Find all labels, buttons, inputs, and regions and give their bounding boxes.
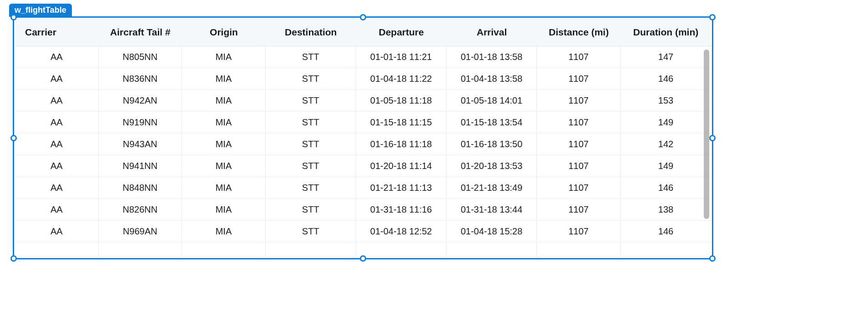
table-cell: N805NN	[99, 46, 182, 68]
table-cell: 01-20-18 13:53	[447, 155, 537, 177]
flight-table: Carrier Aircraft Tail # Origin Destinati…	[15, 19, 711, 257]
table-cell: 01-15-18 13:54	[447, 112, 537, 134]
table-cell: STT	[266, 46, 356, 68]
col-header-duration[interactable]: Duration (min)	[621, 19, 711, 46]
table-cell	[15, 243, 99, 257]
table-header-row: Carrier Aircraft Tail # Origin Destinati…	[15, 19, 711, 46]
table-cell	[182, 243, 266, 257]
resize-handle-bottom-middle[interactable]	[360, 255, 366, 262]
table-row[interactable]: AAN969ANMIASTT01-04-18 12:5201-04-18 15:…	[15, 221, 711, 243]
resize-handle-top-middle[interactable]	[360, 14, 366, 20]
table-cell: AA	[15, 134, 99, 155]
col-header-destination[interactable]: Destination	[266, 19, 356, 46]
col-header-carrier[interactable]: Carrier	[15, 19, 99, 46]
table-cell: AA	[15, 155, 99, 177]
table-cell: 01-31-18 13:44	[447, 199, 537, 221]
table-cell: AA	[15, 177, 99, 199]
table-cell: 01-16-18 13:50	[447, 134, 537, 155]
col-header-tail[interactable]: Aircraft Tail #	[99, 19, 182, 46]
table-cell: AA	[15, 112, 99, 134]
scrollbar-thumb[interactable]	[704, 50, 709, 219]
table-cell	[266, 243, 356, 257]
table-row[interactable]: AAN941NNMIASTT01-20-18 11:1401-20-18 13:…	[15, 155, 711, 177]
table-cell: 149	[621, 155, 711, 177]
table-cell: 01-16-18 11:18	[356, 134, 447, 155]
table-row[interactable]: AAN919NNMIASTT01-15-18 11:1501-15-18 13:…	[15, 112, 711, 134]
table-cell	[447, 243, 537, 257]
table-row[interactable]: AAN848NNMIASTT01-21-18 11:1301-21-18 13:…	[15, 177, 711, 199]
selection-box[interactable]: Carrier Aircraft Tail # Origin Destinati…	[13, 16, 713, 259]
table-cell: N942AN	[99, 90, 182, 112]
table-cell: MIA	[182, 90, 266, 112]
table-cell: 01-15-18 11:15	[356, 112, 447, 134]
col-header-departure[interactable]: Departure	[356, 19, 447, 46]
table-cell: 01-31-18 11:16	[356, 199, 447, 221]
table-cell: N848NN	[99, 177, 182, 199]
table-cell: 146	[621, 221, 711, 243]
table-cell: 01-21-18 13:49	[447, 177, 537, 199]
table-cell: N836NN	[99, 68, 182, 90]
table-cell: 1107	[537, 199, 621, 221]
table-row[interactable]: AAN826NNMIASTT01-31-18 11:1601-31-18 13:…	[15, 199, 711, 221]
table-cell: N943AN	[99, 134, 182, 155]
table-cell: AA	[15, 68, 99, 90]
resize-handle-top-left[interactable]	[10, 14, 17, 20]
table-cell: 01-20-18 11:14	[356, 155, 447, 177]
table-cell: MIA	[182, 112, 266, 134]
table-cell: STT	[266, 68, 356, 90]
table-cell: 138	[621, 199, 711, 221]
table-cell: 01-04-18 13:58	[447, 68, 537, 90]
col-header-distance[interactable]: Distance (mi)	[537, 19, 621, 46]
table-cell: 1107	[537, 155, 621, 177]
table-cell: AA	[15, 90, 99, 112]
table-cell: 1107	[537, 221, 621, 243]
table-cell: N969AN	[99, 221, 182, 243]
table-cell: 01-04-18 11:22	[356, 68, 447, 90]
table-cell: 1107	[537, 46, 621, 68]
widget-name-tag[interactable]: w_flightTable	[9, 4, 72, 17]
table-row[interactable]: AAN943ANMIASTT01-16-18 11:1801-16-18 13:…	[15, 134, 711, 155]
table-cell: MIA	[182, 177, 266, 199]
resize-handle-bottom-right[interactable]	[709, 255, 716, 262]
table-cell: 1107	[537, 90, 621, 112]
table-cell: STT	[266, 199, 356, 221]
flight-table-container: Carrier Aircraft Tail # Origin Destinati…	[14, 18, 712, 258]
table-cell: 01-05-18 11:18	[356, 90, 447, 112]
table-cell: STT	[266, 134, 356, 155]
table-cell: STT	[266, 90, 356, 112]
table-cell: STT	[266, 155, 356, 177]
scrollbar-track[interactable]	[704, 50, 709, 249]
table-row[interactable]: AAN942ANMIASTT01-05-18 11:1801-05-18 14:…	[15, 90, 711, 112]
col-header-arrival[interactable]: Arrival	[447, 19, 537, 46]
table-cell: 1107	[537, 112, 621, 134]
table-row[interactable]: AAN805NNMIASTT01-01-18 11:2101-01-18 13:…	[15, 46, 711, 68]
table-cell: N919NN	[99, 112, 182, 134]
table-cell: MIA	[182, 46, 266, 68]
resize-handle-top-right[interactable]	[709, 14, 716, 20]
table-cell: MIA	[182, 134, 266, 155]
table-cell: 01-04-18 12:52	[356, 221, 447, 243]
resize-handle-bottom-left[interactable]	[10, 255, 17, 262]
table-cell: 01-04-18 15:28	[447, 221, 537, 243]
table-cell	[621, 243, 711, 257]
table-cell	[356, 243, 447, 257]
resize-handle-middle-left[interactable]	[10, 135, 17, 141]
table-cell: STT	[266, 221, 356, 243]
table-cell: MIA	[182, 199, 266, 221]
table-cell: 01-01-18 13:58	[447, 46, 537, 68]
col-header-origin[interactable]: Origin	[182, 19, 266, 46]
table-cell: AA	[15, 221, 99, 243]
table-cell	[99, 243, 182, 257]
table-cell: STT	[266, 112, 356, 134]
table-cell: N826NN	[99, 199, 182, 221]
table-cell: 1107	[537, 134, 621, 155]
table-cell: AA	[15, 46, 99, 68]
table-row[interactable]: AAN836NNMIASTT01-04-18 11:2201-04-18 13:…	[15, 68, 711, 90]
table-cell: MIA	[182, 155, 266, 177]
resize-handle-middle-right[interactable]	[709, 135, 716, 141]
table-cell: 146	[621, 177, 711, 199]
table-cell: 147	[621, 46, 711, 68]
table-cell: 1107	[537, 68, 621, 90]
table-cell: 1107	[537, 177, 621, 199]
table-cell: MIA	[182, 68, 266, 90]
